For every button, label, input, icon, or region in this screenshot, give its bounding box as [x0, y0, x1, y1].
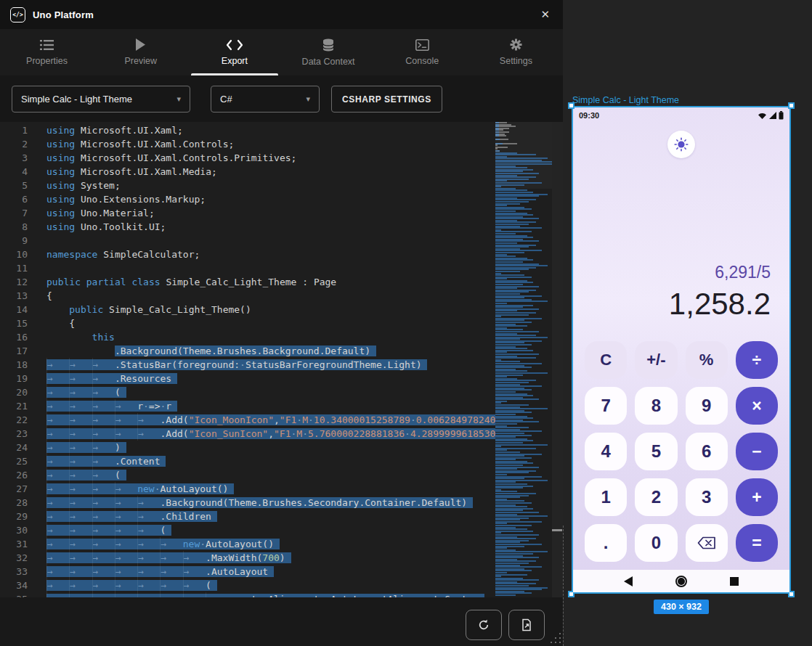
code-line-23[interactable]: 23→→→→→.Add("Icon_SunIcon","F1·M·5.76000… — [0, 427, 495, 441]
code-line-12[interactable]: 12public partial class Simple_Calc_Light… — [0, 275, 495, 289]
recents-square-icon[interactable] — [730, 577, 739, 586]
code-line-29[interactable]: 29→→→→→.Children — [0, 510, 495, 523]
key-digit-7[interactable]: 7 — [585, 387, 627, 425]
device-frame-label[interactable]: Simple Calc - Light Theme — [572, 95, 679, 105]
refresh-button[interactable] — [466, 610, 502, 640]
code-line-4[interactable]: 4using Microsoft.UI.Xaml.Media; — [0, 165, 495, 179]
code-line-26[interactable]: 26→→→( — [0, 468, 495, 482]
code-line-16[interactable]: 16this — [0, 330, 495, 344]
language-select[interactable]: C# ▾ — [211, 86, 320, 113]
key-digit-0[interactable]: 0 — [635, 524, 677, 562]
code-line-1[interactable]: 1using Microsoft.UI.Xaml; — [0, 123, 495, 137]
code-line-24[interactable]: 24→→→) — [0, 441, 495, 454]
tab-settings[interactable]: Settings — [469, 29, 563, 75]
code-line-22[interactable]: 22→→→→→.Add("Icon_MoonIcon","F1·M·10.340… — [0, 413, 495, 427]
key-multiply[interactable]: × — [736, 387, 778, 425]
key-digit-9[interactable]: 9 — [686, 387, 728, 425]
minimap[interactable] — [495, 122, 552, 597]
code-editor[interactable]: 1using Microsoft.UI.Xaml;2using Microsof… — [0, 122, 563, 597]
tab-export[interactable]: Export — [187, 29, 281, 75]
device-frame[interactable]: 09:30 — [572, 106, 791, 594]
code-line-17[interactable]: 17.Background(Theme.Brushes.Background.D… — [0, 344, 495, 358]
code-line-32[interactable]: 32→→→→→→→.MaxWidth(700) — [0, 551, 495, 565]
tab-label: Console — [405, 56, 439, 66]
back-triangle-icon[interactable] — [624, 576, 633, 586]
line-number: 32 — [0, 551, 28, 565]
key-plus-minus[interactable]: +/- — [635, 341, 677, 379]
code-line-8[interactable]: 8using Uno.Toolkit.UI; — [0, 220, 495, 234]
tab-label: Export — [222, 56, 248, 66]
line-number: 18 — [0, 358, 28, 372]
key-digit-6[interactable]: 6 — [686, 433, 728, 470]
tab-console[interactable]: Console — [375, 29, 469, 75]
component-select[interactable]: Simple Calc - Light Theme ▾ — [12, 86, 190, 113]
code-line-27[interactable]: 27→→→→new·AutoLayout() — [0, 482, 495, 496]
editor-scrollbar[interactable] — [552, 122, 563, 597]
line-number: 23 — [0, 427, 28, 441]
key-digit-1[interactable]: 1 — [585, 478, 627, 516]
close-icon[interactable]: ✕ — [537, 7, 553, 23]
key-backspace[interactable] — [686, 524, 728, 562]
code-line-31[interactable]: 31→→→→→→new·AutoLayout() — [0, 537, 495, 551]
code-line-7[interactable]: 7using Uno.Material; — [0, 206, 495, 220]
refresh-icon — [477, 618, 490, 631]
line-number: 7 — [0, 206, 28, 220]
status-bar: 09:30 — [573, 107, 789, 123]
code-line-13[interactable]: 13{ — [0, 289, 495, 303]
code-area[interactable]: 1using Microsoft.UI.Xaml;2using Microsof… — [0, 122, 495, 597]
component-select-value: Simple Calc - Light Theme — [21, 94, 132, 105]
key-equals[interactable]: = — [736, 524, 778, 562]
key-digit-3[interactable]: 3 — [686, 478, 728, 516]
key-plus[interactable]: + — [736, 478, 778, 516]
size-badge-wrap: 430 × 932 — [572, 600, 791, 614]
code-line-34[interactable]: 34→→→→→→→( — [0, 578, 495, 592]
code-line-9[interactable]: 9 — [0, 234, 495, 248]
window-resize-grip[interactable] — [551, 633, 561, 643]
code-line-18[interactable]: 18→→→.StatusBar(foreground:·StatusBarFor… — [0, 358, 495, 372]
code-line-21[interactable]: 21→→→→r·=>·r — [0, 399, 495, 413]
line-number: 21 — [0, 399, 28, 413]
code-line-6[interactable]: 6using Uno.Extensions.Markup; — [0, 192, 495, 206]
code-line-20[interactable]: 20→→→( — [0, 385, 495, 399]
key-digit-5[interactable]: 5 — [635, 433, 677, 470]
line-number: 14 — [0, 303, 28, 316]
line-number: 24 — [0, 441, 28, 454]
key-clear[interactable]: C — [585, 341, 627, 379]
key-digit-8[interactable]: 8 — [635, 387, 677, 425]
code-line-33[interactable]: 33→→→→→→→.AutoLayout — [0, 565, 495, 578]
display-result: 1,258.2 — [669, 285, 771, 324]
code-line-10[interactable]: 10namespace SimpleCalculator; — [0, 248, 495, 261]
code-line-15[interactable]: 15{ — [0, 316, 495, 330]
key-percent[interactable]: % — [686, 341, 728, 379]
key-digit-4[interactable]: 4 — [585, 433, 627, 470]
code-line-11[interactable]: 11 — [0, 261, 495, 275]
code-line-19[interactable]: 19→→→.Resources — [0, 372, 495, 385]
sun-icon — [674, 137, 689, 152]
export-file-button[interactable] — [508, 610, 545, 640]
csharp-settings-button[interactable]: CSHARP SETTINGS — [331, 86, 442, 113]
code-line-2[interactable]: 2using Microsoft.UI.Xaml.Controls; — [0, 137, 495, 151]
code-line-30[interactable]: 30→→→→→( — [0, 523, 495, 537]
app-title: Uno Platform — [33, 9, 94, 20]
code-line-28[interactable]: 28→→→→→.Background(Theme.Brushes.Seconda… — [0, 496, 495, 510]
tab-properties[interactable]: Properties — [0, 29, 94, 75]
tab-preview[interactable]: Preview — [94, 29, 187, 75]
line-number: 1 — [0, 123, 28, 137]
code-line-5[interactable]: 5using System; — [0, 179, 495, 192]
key-divide[interactable]: ÷ — [736, 341, 778, 379]
home-circle-icon[interactable] — [675, 576, 687, 587]
code-line-14[interactable]: 14public Simple_Calc_Light_Theme() — [0, 303, 495, 316]
status-time: 09:30 — [579, 111, 599, 120]
theme-toggle-button[interactable] — [667, 131, 695, 158]
code-line-3[interactable]: 3using Microsoft.UI.Xaml.Controls.Primit… — [0, 151, 495, 165]
key-decimal[interactable]: . — [585, 524, 627, 562]
line-number: 10 — [0, 248, 28, 261]
key-digit-2[interactable]: 2 — [635, 478, 677, 516]
key-minus[interactable]: − — [736, 433, 778, 470]
line-number: 33 — [0, 565, 28, 578]
code-line-25[interactable]: 25→→→.Content — [0, 454, 495, 468]
tab-data-context[interactable]: Data Context — [282, 29, 375, 75]
tab-label: Properties — [26, 56, 68, 66]
code-line-35[interactable]: 35→→→→→→→→counterAlignment:·AutoLayoutAl… — [0, 592, 495, 597]
line-number: 30 — [0, 523, 28, 537]
